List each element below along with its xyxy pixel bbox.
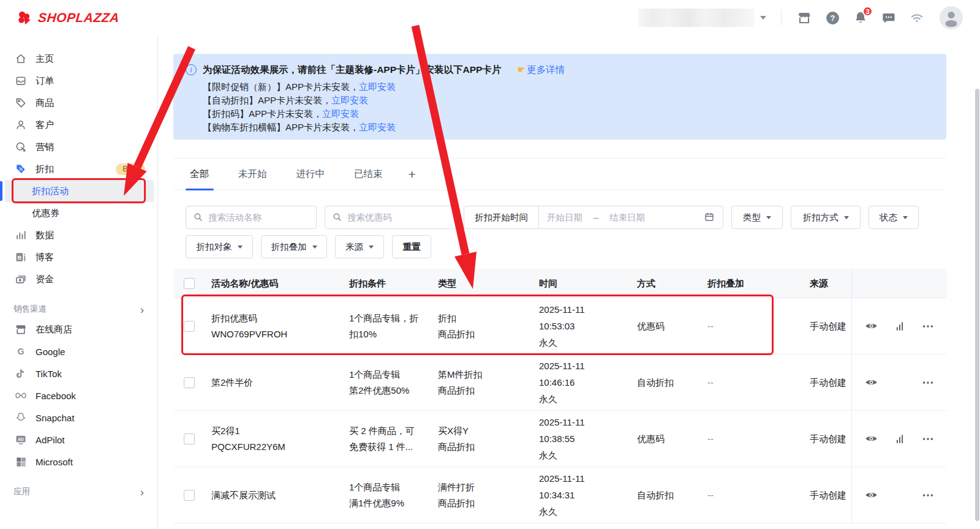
install-now-link[interactable]: 立即安装	[331, 95, 368, 105]
tab-in-progress[interactable]: 进行中	[296, 159, 325, 190]
sidebar-item-customers[interactable]: 客户	[0, 114, 157, 136]
status-tabs: 全部 未开始 进行中 已结束 +	[173, 159, 946, 190]
sidebar-item-label: 数据	[36, 230, 54, 241]
sidebar-item-discount-activities[interactable]: 折扣活动	[5, 180, 154, 202]
table-row[interactable]: 满减不展示测试 1个商品专辑满1件优惠9% 满件打折商品折扣 2025-11-1…	[173, 467, 947, 523]
home-icon	[15, 53, 27, 65]
adpilot-icon: AD	[15, 433, 27, 446]
sidebar-item-marketing[interactable]: 营销	[0, 136, 157, 158]
sidebar-item-google[interactable]: G Google	[0, 340, 157, 362]
sidebar-subitem-label: 折扣活动	[32, 186, 69, 197]
table-row[interactable]: 买2得1PQCXFUR22Y6M 买 2 件商品，可免费获得 1 件... 买X…	[173, 411, 947, 467]
sidebar-item-blog[interactable]: B 博客	[0, 246, 157, 268]
messages-icon[interactable]	[881, 10, 897, 26]
install-now-link[interactable]: 立即安装	[359, 81, 396, 92]
beta-badge: Beta	[116, 163, 145, 175]
sidebar-item-label: Google	[36, 347, 65, 357]
search-activity-name[interactable]	[186, 206, 317, 229]
row-checkbox[interactable]	[184, 321, 195, 332]
select-all-checkbox[interactable]	[184, 278, 195, 289]
marketing-icon	[15, 141, 27, 153]
view-icon[interactable]	[864, 319, 879, 334]
column-header: 方式	[631, 276, 701, 291]
more-actions-icon[interactable]	[921, 432, 935, 446]
row-checkbox[interactable]	[184, 377, 195, 388]
snapchat-ghost-icon	[15, 411, 27, 424]
discount-target-filter-dropdown[interactable]: 折扣对象	[186, 235, 253, 258]
wifi-status-icon[interactable]	[909, 10, 925, 26]
help-icon[interactable]: ?	[824, 10, 840, 26]
install-now-link[interactable]: 立即安装	[359, 122, 396, 132]
notifications-bell-icon[interactable]: 3	[853, 10, 869, 26]
sidebar-item-orders[interactable]: 订单	[0, 70, 157, 92]
pointer-hand-icon: ☛	[517, 64, 526, 75]
table-row[interactable]: 折扣优惠码WNO769PVFROH 1个商品专辑，折扣10% 折扣商品折扣 20…	[173, 298, 947, 355]
store-selector[interactable]	[638, 9, 766, 27]
sidebar-item-facebook[interactable]: Facebook	[0, 385, 157, 407]
reset-filters-button[interactable]: 重置	[392, 235, 431, 258]
sidebar-item-tiktok[interactable]: TikTok	[0, 362, 157, 385]
sidebar-section-apps[interactable]: 应用 ›	[0, 482, 157, 501]
install-now-link[interactable]: 立即安装	[322, 108, 359, 119]
more-actions-icon[interactable]	[921, 488, 935, 503]
row-actions	[851, 467, 947, 523]
source-cell: 手动创建	[802, 431, 851, 447]
search-coupon-code-input[interactable]	[325, 206, 456, 229]
discount-stacking-filter-dropdown[interactable]: 折扣叠加	[261, 235, 327, 258]
sidebar-item-coupons[interactable]: 优惠券	[5, 202, 154, 224]
search-activity-name-input[interactable]	[186, 206, 317, 229]
source-filter-dropdown[interactable]: 来源	[335, 235, 384, 258]
stacking-cell: --	[701, 487, 802, 503]
sidebar-item-label: 营销	[36, 141, 54, 153]
row-checkbox[interactable]	[184, 433, 195, 445]
tab-not-started[interactable]: 未开始	[238, 159, 267, 190]
sidebar-item-microsoft[interactable]: Microsoft	[0, 451, 157, 473]
sidebar-item-finance[interactable]: 资金	[0, 268, 157, 290]
view-icon[interactable]	[864, 432, 879, 446]
more-actions-icon[interactable]	[921, 375, 935, 390]
time-cell: 2025-11-1110:38:55永久	[533, 414, 631, 463]
method-cell: 自动折扣	[631, 375, 701, 391]
sidebar-item-discounts[interactable]: 折扣 Beta	[0, 158, 157, 180]
top-header: SHOPLAZZA ? 3	[0, 0, 980, 36]
column-header: 类型	[432, 276, 533, 291]
view-icon[interactable]	[864, 488, 879, 503]
sidebar-item-adpilot[interactable]: AD AdPilot	[0, 429, 157, 451]
search-coupon-code[interactable]	[325, 206, 456, 229]
shoplazza-logo[interactable]: SHOPLAZZA	[0, 10, 119, 26]
more-details-link[interactable]: ☛更多详情	[517, 64, 565, 77]
method-cell: 优惠码	[631, 318, 701, 334]
storefront-icon[interactable]	[796, 10, 812, 26]
discount-start-time-label[interactable]: 折扣开始时间	[464, 206, 539, 228]
view-icon[interactable]	[864, 375, 879, 390]
page-scrollbar[interactable]	[975, 89, 979, 521]
discount-method-filter-dropdown[interactable]: 折扣方式	[791, 206, 861, 229]
search-icon	[193, 212, 203, 224]
sidebar-item-home[interactable]: 主页	[0, 48, 157, 70]
tab-all[interactable]: 全部	[190, 159, 209, 190]
sidebar-item-label: TikTok	[36, 369, 62, 379]
sidebar-item-analytics[interactable]: 数据	[0, 224, 157, 246]
stats-icon[interactable]	[892, 319, 907, 334]
type-filter-dropdown[interactable]: 类型	[731, 206, 783, 229]
add-tab-button[interactable]: +	[409, 167, 416, 182]
sidebar-item-online-store[interactable]: 在线商店	[0, 318, 157, 340]
stats-icon[interactable]	[892, 432, 907, 446]
tab-ended[interactable]: 已结束	[354, 159, 383, 190]
table-row[interactable]: 第2件半价 1个商品专辑第2件优惠50% 第M件折扣商品折扣 2025-11-1…	[173, 355, 947, 411]
user-avatar[interactable]	[940, 6, 963, 29]
sidebar-item-label: Microsoft	[36, 457, 73, 467]
microsoft-icon	[15, 456, 27, 468]
condition-cell: 1个商品专辑第2件优惠50%	[343, 367, 432, 399]
sidebar-item-products[interactable]: 商品	[0, 92, 157, 114]
sidebar-item-snapchat[interactable]: Snapchat	[0, 407, 157, 429]
status-filter-dropdown[interactable]: 状态	[869, 206, 919, 229]
sidebar-section-sales-channels[interactable]: 销售渠道 ›	[0, 300, 157, 318]
svg-text:G: G	[17, 347, 24, 356]
filter-bar: 折扣开始时间 开始日期 – 结束日期 类型 折扣方式 状态 折扣对象 折扣叠加 …	[173, 206, 946, 258]
svg-text:?: ?	[830, 13, 835, 23]
row-checkbox[interactable]	[184, 490, 195, 501]
source-cell: 手动创建	[802, 487, 851, 503]
more-actions-icon[interactable]	[921, 319, 935, 334]
date-range-picker[interactable]: 开始日期 – 结束日期	[539, 206, 723, 228]
